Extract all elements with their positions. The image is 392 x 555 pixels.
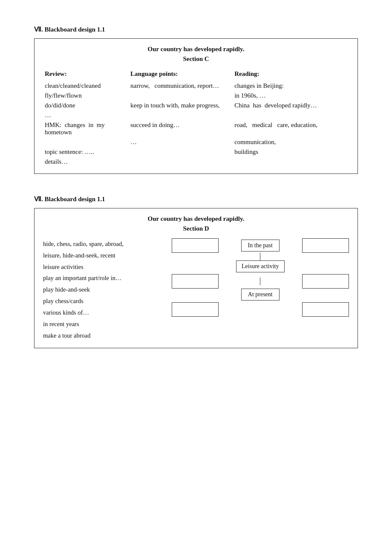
review-item-6	[43, 137, 129, 147]
lang-item-6: …	[129, 137, 233, 147]
left-column: hide, chess, radio, spare, abroad, leisu…	[43, 238, 172, 341]
left-item-2: leisure, hide-and-seek, recent	[43, 250, 167, 261]
review-item-7: topic sentence: …..	[43, 147, 129, 157]
review-item-8: details…	[43, 157, 129, 167]
lang-item-2	[129, 91, 233, 101]
reading-item-4	[233, 110, 349, 120]
section2-heading: Ⅶ. Blackboard design 1.1	[34, 195, 358, 203]
diagram-box-1	[172, 238, 219, 253]
left-item-8: in recent years	[43, 318, 167, 330]
lang-item-5: succeed in doing…	[129, 120, 233, 137]
blackboard-title-1: Our country has developed rapidly.	[43, 46, 349, 53]
section-c-table: Review: Language points: Reading: clean/…	[43, 69, 349, 167]
diagram-box-6	[302, 302, 349, 317]
blackboard-subtitle-1: Section C	[43, 55, 349, 63]
left-item-4: play an important part/role in…	[43, 272, 167, 284]
review-item-3: do/did/done	[43, 101, 129, 110]
reading-item-8	[233, 157, 349, 167]
left-item-5: play hide-and-seek	[43, 284, 167, 295]
reading-item-6: communication,	[233, 137, 349, 147]
diagram-box-4	[302, 274, 349, 289]
diagram-column: In the past Leisure activity At present	[172, 238, 349, 341]
col-review-header: Review:	[43, 69, 129, 81]
lang-item-3: keep in touch with, make progress,	[129, 101, 233, 110]
review-item-4: …	[43, 110, 129, 120]
reading-item-2: in 1960s, …	[233, 91, 349, 101]
in-the-past-label: In the past	[241, 240, 280, 251]
lang-item-8	[129, 157, 233, 167]
left-item-9: make a tour abroad	[43, 330, 167, 341]
blackboard-subtitle-2: Section D	[43, 225, 349, 232]
left-item-7: various kinds of…	[43, 307, 167, 318]
blackboard-title-2: Our country has developed rapidly.	[43, 215, 349, 223]
leisure-activity-label: Leisure activity	[236, 260, 284, 272]
reading-item-7: buildings	[233, 147, 349, 157]
reading-item-3: China has developed rapidly…	[233, 101, 349, 110]
section1-heading: Ⅶ. Blackboard design 1.1	[34, 26, 358, 33]
left-item-6: play chess/cards	[43, 295, 167, 307]
review-item-1: clean/cleaned/cleaned	[43, 81, 129, 91]
review-item-5: HMK: changes in my hometown	[43, 120, 129, 137]
review-item-2: fly/flew/flown	[43, 91, 129, 101]
diagram-box-5	[172, 302, 219, 317]
diagram-box-3	[172, 274, 219, 289]
lang-item-1: narrow, communication, report…	[129, 81, 233, 91]
diagram-box-2	[302, 238, 349, 253]
reading-item-5: road, medical care, education,	[233, 120, 349, 137]
left-item-3: leisure activities	[43, 261, 167, 273]
col-reading-header: Reading:	[233, 69, 349, 81]
reading-item-1: changes in Beijing:	[233, 81, 349, 91]
blackboard-box-1: Our country has developed rapidly. Secti…	[34, 38, 358, 174]
blackboard-box-2: Our country has developed rapidly. Secti…	[34, 208, 358, 348]
left-item-1: hide, chess, radio, spare, abroad,	[43, 238, 167, 250]
lang-item-4	[129, 110, 233, 120]
section-d-body: hide, chess, radio, spare, abroad, leisu…	[43, 238, 349, 341]
lang-item-7	[129, 147, 233, 157]
at-present-label: At present	[241, 289, 280, 301]
col-lang-header: Language points:	[129, 69, 233, 81]
vline-2	[260, 278, 260, 285]
vline-1	[260, 253, 260, 260]
